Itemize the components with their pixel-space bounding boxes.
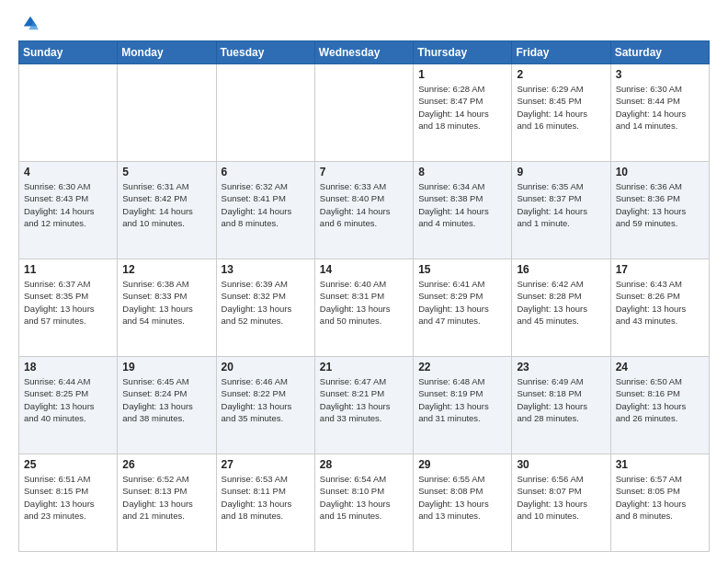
- calendar-cell: [19, 64, 118, 162]
- cell-day-number: 27: [222, 458, 310, 471]
- calendar-cell: 8Sunrise: 6:34 AM Sunset: 8:38 PM Daylig…: [414, 162, 512, 259]
- cell-day-number: 11: [24, 263, 112, 276]
- calendar-week-row: 11Sunrise: 6:37 AM Sunset: 8:35 PM Dayli…: [19, 259, 710, 357]
- cell-info: Sunrise: 6:43 AM Sunset: 8:26 PM Dayligh…: [616, 278, 704, 327]
- cell-day-number: 17: [616, 263, 704, 276]
- calendar-table: SundayMondayTuesdayWednesdayThursdayFrid…: [18, 40, 710, 552]
- cell-info: Sunrise: 6:38 AM Sunset: 8:33 PM Dayligh…: [122, 278, 210, 327]
- calendar-day-header: Tuesday: [216, 41, 314, 64]
- cell-info: Sunrise: 6:45 AM Sunset: 8:24 PM Dayligh…: [122, 375, 210, 424]
- calendar-cell: [118, 64, 216, 162]
- cell-info: Sunrise: 6:46 AM Sunset: 8:22 PM Dayligh…: [222, 375, 310, 424]
- cell-day-number: 15: [418, 263, 506, 276]
- cell-day-number: 21: [320, 361, 408, 373]
- cell-day-number: 14: [320, 263, 408, 276]
- calendar-cell: 12Sunrise: 6:38 AM Sunset: 8:33 PM Dayli…: [118, 259, 216, 357]
- calendar-cell: 19Sunrise: 6:45 AM Sunset: 8:24 PM Dayli…: [118, 357, 216, 454]
- cell-day-number: 12: [122, 263, 210, 276]
- calendar-cell: 17Sunrise: 6:43 AM Sunset: 8:26 PM Dayli…: [610, 259, 709, 357]
- calendar-cell: 26Sunrise: 6:52 AM Sunset: 8:13 PM Dayli…: [118, 454, 216, 552]
- calendar-cell: 6Sunrise: 6:32 AM Sunset: 8:41 PM Daylig…: [216, 162, 314, 259]
- cell-info: Sunrise: 6:42 AM Sunset: 8:28 PM Dayligh…: [517, 278, 605, 327]
- logo-icon: [22, 15, 39, 31]
- calendar-cell: 25Sunrise: 6:51 AM Sunset: 8:15 PM Dayli…: [19, 454, 118, 552]
- calendar-cell: 15Sunrise: 6:41 AM Sunset: 8:29 PM Dayli…: [414, 259, 512, 357]
- calendar-cell: 20Sunrise: 6:46 AM Sunset: 8:22 PM Dayli…: [216, 357, 314, 454]
- cell-info: Sunrise: 6:30 AM Sunset: 8:43 PM Dayligh…: [24, 180, 112, 229]
- cell-info: Sunrise: 6:52 AM Sunset: 8:13 PM Dayligh…: [122, 473, 210, 522]
- cell-info: Sunrise: 6:47 AM Sunset: 8:21 PM Dayligh…: [320, 375, 408, 424]
- cell-day-number: 24: [616, 361, 704, 373]
- cell-day-number: 23: [517, 361, 605, 373]
- cell-day-number: 13: [222, 263, 310, 276]
- cell-day-number: 4: [24, 166, 112, 178]
- cell-info: Sunrise: 6:51 AM Sunset: 8:15 PM Dayligh…: [24, 473, 112, 522]
- cell-info: Sunrise: 6:57 AM Sunset: 8:05 PM Dayligh…: [616, 473, 704, 522]
- cell-day-number: 26: [122, 458, 210, 471]
- cell-info: Sunrise: 6:49 AM Sunset: 8:18 PM Dayligh…: [517, 375, 605, 424]
- calendar-cell: 13Sunrise: 6:39 AM Sunset: 8:32 PM Dayli…: [216, 259, 314, 357]
- cell-info: Sunrise: 6:41 AM Sunset: 8:29 PM Dayligh…: [418, 278, 506, 327]
- calendar-cell: 22Sunrise: 6:48 AM Sunset: 8:19 PM Dayli…: [414, 357, 512, 454]
- cell-day-number: 29: [418, 458, 506, 471]
- calendar-cell: 18Sunrise: 6:44 AM Sunset: 8:25 PM Dayli…: [19, 357, 118, 454]
- calendar-cell: [314, 64, 413, 162]
- calendar-cell: 1Sunrise: 6:28 AM Sunset: 8:47 PM Daylig…: [414, 64, 512, 162]
- calendar-cell: 2Sunrise: 6:29 AM Sunset: 8:45 PM Daylig…: [512, 64, 610, 162]
- cell-info: Sunrise: 6:36 AM Sunset: 8:36 PM Dayligh…: [616, 180, 704, 229]
- cell-day-number: 6: [222, 166, 310, 178]
- calendar-cell: 7Sunrise: 6:33 AM Sunset: 8:40 PM Daylig…: [314, 162, 413, 259]
- cell-day-number: 7: [320, 166, 408, 178]
- cell-info: Sunrise: 6:48 AM Sunset: 8:19 PM Dayligh…: [418, 375, 506, 424]
- cell-info: Sunrise: 6:28 AM Sunset: 8:47 PM Dayligh…: [418, 83, 506, 132]
- cell-day-number: 30: [517, 458, 605, 471]
- cell-day-number: 9: [517, 166, 605, 178]
- calendar-week-row: 4Sunrise: 6:30 AM Sunset: 8:43 PM Daylig…: [19, 162, 710, 259]
- cell-day-number: 20: [222, 361, 310, 373]
- cell-info: Sunrise: 6:33 AM Sunset: 8:40 PM Dayligh…: [320, 180, 408, 229]
- calendar-cell: 23Sunrise: 6:49 AM Sunset: 8:18 PM Dayli…: [512, 357, 610, 454]
- calendar-day-header: Sunday: [19, 41, 118, 64]
- calendar-cell: 31Sunrise: 6:57 AM Sunset: 8:05 PM Dayli…: [610, 454, 709, 552]
- cell-day-number: 8: [418, 166, 506, 178]
- cell-day-number: 19: [122, 361, 210, 373]
- calendar-cell: [216, 64, 314, 162]
- calendar-cell: 29Sunrise: 6:55 AM Sunset: 8:08 PM Dayli…: [414, 454, 512, 552]
- cell-day-number: 28: [320, 458, 408, 471]
- calendar-cell: 11Sunrise: 6:37 AM Sunset: 8:35 PM Dayli…: [19, 259, 118, 357]
- calendar-week-row: 25Sunrise: 6:51 AM Sunset: 8:15 PM Dayli…: [19, 454, 710, 552]
- cell-info: Sunrise: 6:54 AM Sunset: 8:10 PM Dayligh…: [320, 473, 408, 522]
- calendar-cell: 14Sunrise: 6:40 AM Sunset: 8:31 PM Dayli…: [314, 259, 413, 357]
- cell-info: Sunrise: 6:32 AM Sunset: 8:41 PM Dayligh…: [222, 180, 310, 229]
- cell-info: Sunrise: 6:40 AM Sunset: 8:31 PM Dayligh…: [320, 278, 408, 327]
- calendar-cell: 21Sunrise: 6:47 AM Sunset: 8:21 PM Dayli…: [314, 357, 413, 454]
- calendar-day-header: Friday: [512, 41, 610, 64]
- calendar-cell: 16Sunrise: 6:42 AM Sunset: 8:28 PM Dayli…: [512, 259, 610, 357]
- cell-day-number: 25: [24, 458, 112, 471]
- calendar-cell: 10Sunrise: 6:36 AM Sunset: 8:36 PM Dayli…: [610, 162, 709, 259]
- cell-info: Sunrise: 6:31 AM Sunset: 8:42 PM Dayligh…: [122, 180, 210, 229]
- cell-day-number: 10: [616, 166, 704, 178]
- calendar-cell: 4Sunrise: 6:30 AM Sunset: 8:43 PM Daylig…: [19, 162, 118, 259]
- calendar-cell: 3Sunrise: 6:30 AM Sunset: 8:44 PM Daylig…: [610, 64, 709, 162]
- cell-day-number: 3: [616, 68, 704, 81]
- calendar-cell: 5Sunrise: 6:31 AM Sunset: 8:42 PM Daylig…: [118, 162, 216, 259]
- calendar-cell: 24Sunrise: 6:50 AM Sunset: 8:16 PM Dayli…: [610, 357, 709, 454]
- cell-day-number: 2: [517, 68, 605, 81]
- page: SundayMondayTuesdayWednesdayThursdayFrid…: [0, 0, 728, 563]
- cell-info: Sunrise: 6:56 AM Sunset: 8:07 PM Dayligh…: [517, 473, 605, 522]
- cell-info: Sunrise: 6:39 AM Sunset: 8:32 PM Dayligh…: [222, 278, 310, 327]
- cell-info: Sunrise: 6:29 AM Sunset: 8:45 PM Dayligh…: [517, 83, 605, 132]
- calendar-week-row: 18Sunrise: 6:44 AM Sunset: 8:25 PM Dayli…: [19, 357, 710, 454]
- calendar-day-header: Wednesday: [314, 41, 413, 64]
- calendar-cell: 9Sunrise: 6:35 AM Sunset: 8:37 PM Daylig…: [512, 162, 610, 259]
- calendar-cell: 27Sunrise: 6:53 AM Sunset: 8:11 PM Dayli…: [216, 454, 314, 552]
- cell-day-number: 5: [122, 166, 210, 178]
- cell-info: Sunrise: 6:35 AM Sunset: 8:37 PM Dayligh…: [517, 180, 605, 229]
- calendar-day-header: Monday: [118, 41, 216, 64]
- cell-day-number: 18: [24, 361, 112, 373]
- cell-day-number: 31: [616, 458, 704, 471]
- cell-day-number: 22: [418, 361, 506, 373]
- calendar-day-header: Saturday: [610, 41, 709, 64]
- cell-info: Sunrise: 6:30 AM Sunset: 8:44 PM Dayligh…: [616, 83, 704, 132]
